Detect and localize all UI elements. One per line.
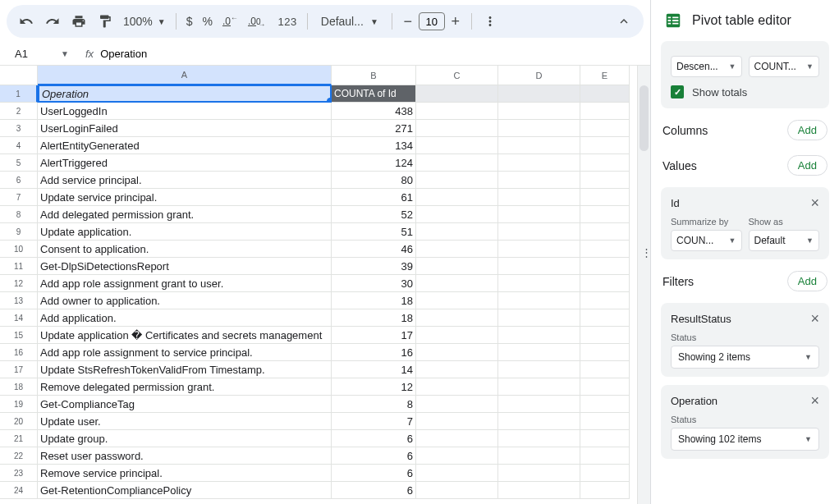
- cell[interactable]: 6: [332, 465, 416, 482]
- cell[interactable]: Update application.: [38, 223, 332, 241]
- remove-filter-button[interactable]: ×: [810, 393, 819, 408]
- cell[interactable]: 134: [332, 137, 416, 154]
- font-size-input[interactable]: [419, 12, 445, 30]
- cell[interactable]: [580, 413, 630, 430]
- cell[interactable]: 6: [332, 430, 416, 447]
- cell[interactable]: 80: [332, 172, 416, 189]
- add-columns-button[interactable]: Add: [787, 120, 828, 140]
- cell[interactable]: [498, 154, 580, 172]
- cell[interactable]: [416, 137, 498, 154]
- column-header[interactable]: D: [498, 66, 580, 85]
- cell[interactable]: Update StsRefreshTokenValidFrom Timestam…: [38, 361, 332, 378]
- scroll-thumb[interactable]: [640, 85, 649, 151]
- row-header[interactable]: 3: [0, 120, 38, 137]
- cell[interactable]: [416, 223, 498, 241]
- increase-decimal-button[interactable]: .00→: [245, 10, 272, 33]
- cell[interactable]: [498, 223, 580, 241]
- cell[interactable]: 14: [332, 361, 416, 378]
- cell[interactable]: 52: [332, 206, 416, 223]
- row-header[interactable]: 23: [0, 465, 38, 482]
- cell[interactable]: [580, 223, 630, 241]
- cell[interactable]: [580, 172, 630, 189]
- cell[interactable]: 7: [332, 413, 416, 430]
- row-header[interactable]: 12: [0, 275, 38, 292]
- cell[interactable]: [580, 137, 630, 154]
- cell[interactable]: 30: [332, 275, 416, 292]
- cell[interactable]: [416, 413, 498, 430]
- cell[interactable]: Consent to application.: [38, 241, 332, 258]
- row-header[interactable]: 4: [0, 137, 38, 154]
- row-header[interactable]: 18: [0, 378, 38, 396]
- cell[interactable]: [416, 447, 498, 465]
- remove-filter-button[interactable]: ×: [810, 311, 819, 326]
- cell[interactable]: [498, 430, 580, 447]
- row-header[interactable]: 15: [0, 327, 38, 344]
- filter-status-dropdown[interactable]: Showing 102 items▼: [671, 428, 819, 451]
- cell[interactable]: 6: [332, 482, 416, 499]
- cell[interactable]: 438: [332, 103, 416, 120]
- cell[interactable]: [580, 154, 630, 172]
- cell[interactable]: COUNTA of Id: [332, 85, 416, 103]
- sidebar-resize-handle[interactable]: ⋮: [641, 246, 652, 259]
- row-header[interactable]: 17: [0, 361, 38, 378]
- cell[interactable]: [498, 327, 580, 344]
- cell[interactable]: AlertEntityGenerated: [38, 137, 332, 154]
- cell[interactable]: [580, 344, 630, 361]
- cell[interactable]: Add service principal.: [38, 172, 332, 189]
- cell[interactable]: 51: [332, 223, 416, 241]
- row-header[interactable]: 5: [0, 154, 38, 172]
- cell[interactable]: [498, 172, 580, 189]
- cell[interactable]: Add delegated permission grant.: [38, 206, 332, 223]
- cell[interactable]: [580, 430, 630, 447]
- cell[interactable]: Update group.: [38, 430, 332, 447]
- row-header[interactable]: 19: [0, 396, 38, 413]
- cell[interactable]: Remove delegated permission grant.: [38, 378, 332, 396]
- row-header[interactable]: 9: [0, 223, 38, 241]
- cell[interactable]: [416, 120, 498, 137]
- cell[interactable]: UserLoggedIn: [38, 103, 332, 120]
- cell[interactable]: [498, 344, 580, 361]
- cell[interactable]: 18: [332, 292, 416, 309]
- cell[interactable]: [498, 378, 580, 396]
- cell[interactable]: Add app role assignment to service princ…: [38, 344, 332, 361]
- column-header[interactable]: C: [416, 66, 498, 85]
- cell[interactable]: Update application � Certificates and se…: [38, 327, 332, 344]
- cell[interactable]: 18: [332, 309, 416, 327]
- column-header[interactable]: E: [580, 66, 630, 85]
- cell[interactable]: [416, 258, 498, 275]
- cell[interactable]: Add app role assignment grant to user.: [38, 275, 332, 292]
- cell[interactable]: [580, 85, 630, 103]
- cell[interactable]: 17: [332, 327, 416, 344]
- decrease-decimal-button[interactable]: .0←: [219, 10, 241, 33]
- cell[interactable]: 271: [332, 120, 416, 137]
- cell[interactable]: [416, 172, 498, 189]
- cell[interactable]: [580, 292, 630, 309]
- show-as-dropdown[interactable]: Default▼: [749, 230, 820, 251]
- summarize-by-dropdown[interactable]: COUN...▼: [671, 230, 742, 251]
- currency-button[interactable]: $: [183, 10, 196, 33]
- cell[interactable]: 39: [332, 258, 416, 275]
- font-family-select[interactable]: Defaul...▼: [314, 15, 385, 28]
- zoom-display[interactable]: 100%▼: [120, 15, 169, 28]
- cell[interactable]: [580, 482, 630, 499]
- cell[interactable]: 46: [332, 241, 416, 258]
- row-header[interactable]: 1: [0, 85, 38, 103]
- cell[interactable]: Add application.: [38, 309, 332, 327]
- cell[interactable]: [416, 85, 498, 103]
- row-header[interactable]: 24: [0, 482, 38, 499]
- cell-reference[interactable]: A1▼: [7, 48, 72, 60]
- cell[interactable]: [416, 378, 498, 396]
- cell[interactable]: [416, 275, 498, 292]
- cell[interactable]: [580, 396, 630, 413]
- cell[interactable]: [498, 103, 580, 120]
- cell[interactable]: [416, 241, 498, 258]
- cell[interactable]: [498, 120, 580, 137]
- cell[interactable]: [416, 103, 498, 120]
- paint-format-button[interactable]: [94, 10, 117, 33]
- cell[interactable]: [498, 275, 580, 292]
- decrease-font-size-button[interactable]: −: [399, 12, 417, 30]
- cell[interactable]: AlertTriggered: [38, 154, 332, 172]
- cell[interactable]: [416, 396, 498, 413]
- cell[interactable]: [498, 447, 580, 465]
- row-header[interactable]: 2: [0, 103, 38, 120]
